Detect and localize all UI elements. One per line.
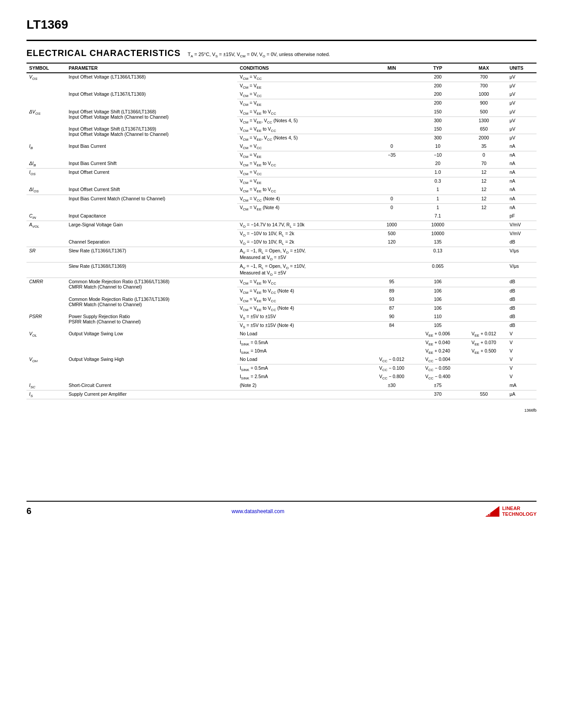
table-row: VOH Output Voltage Swing High No Load VC… (26, 356, 537, 364)
max-cin (461, 212, 507, 221)
typ-dvos-2a: 150 (415, 125, 461, 134)
symbol-psrr: PSRR (26, 313, 66, 330)
min-vos-1b (369, 82, 415, 91)
footer-doc: 1366fb (26, 408, 537, 413)
symbol-cmrr2 (26, 296, 66, 313)
max-sr2 (461, 263, 507, 278)
param-sr1: Slew Rate (LT1366/LT1367) (66, 247, 237, 263)
param-ios: Input Offset Current (66, 169, 237, 186)
min-vol-a (369, 330, 415, 339)
table-row: Input Bias Current Match (Channel to Cha… (26, 195, 537, 203)
min-ib-a: 0 (369, 143, 415, 151)
cond-vos-1b: VCM = VEE (237, 82, 369, 91)
param-dib: Input Bias Current Shift (66, 160, 237, 169)
max-cmrr1-a (461, 278, 507, 287)
cond-ios-a: VCM = VCC (237, 169, 369, 177)
max-dios: 12 (461, 186, 507, 195)
cond-dvos-2a: VCM = VEE to VCC (237, 125, 369, 134)
min-voh-a: VCC − 0.012 (369, 356, 415, 364)
cond-cin (237, 212, 369, 221)
symbol-dios: ΔIOS (26, 186, 66, 195)
typ-voh-a: VCC − 0.004 (415, 356, 461, 364)
min-avol-a: 1000 (369, 221, 415, 229)
cond-ios-b: VCM = VEE (237, 177, 369, 186)
cond-avol-a: VO = −14.7V to 14.7V, RL = 10k (237, 221, 369, 229)
max-cmrr2-a (461, 296, 507, 304)
cond-sr1: AV = −1, RL = Open, VO = ±10V,Measured a… (237, 247, 369, 263)
units-vol-a: V (507, 330, 537, 339)
cond-ib-b: VCM = VEE (237, 151, 369, 160)
max-ios-a: 12 (461, 169, 507, 177)
max-psrr-b (461, 321, 507, 330)
symbol-ib: IB (26, 143, 66, 160)
param-psrr: Power Supply Rejection RatioPSRR Match (… (66, 313, 237, 330)
table-row: IOS Input Offset Current VCM = VCC 1.0 1… (26, 169, 537, 177)
characteristics-table: SYMBOL PARAMETER CONDITIONS MIN TYP MAX … (26, 63, 537, 399)
units-vos-2a: μV (507, 90, 537, 99)
col-typ: TYP (415, 63, 461, 73)
min-isc: ±30 (369, 382, 415, 390)
units-cmrr1-a: dB (507, 278, 537, 287)
param-vol: Output Voltage Swing Low (66, 330, 237, 356)
min-voh-b: VCC − 0.100 (369, 364, 415, 373)
cond-isc: (Note 2) (237, 382, 369, 390)
param-sr2: Slew Rate (LT1368/LT1369) (66, 263, 237, 278)
min-ios-b (369, 177, 415, 186)
units-ib-a: nA (507, 143, 537, 151)
units-ibmatch-b: nA (507, 203, 537, 212)
min-vol-b (369, 339, 415, 348)
max-chsep (461, 238, 507, 247)
table-row: VOL Output Voltage Swing Low No Load VEE… (26, 330, 537, 339)
cond-chsep: VO = −10V to 10V, RL = 2k (237, 238, 369, 247)
table-row: Slew Rate (LT1368/LT1369) AV = −1, RL = … (26, 263, 537, 278)
param-dvos-1: Input Offset Voltage Shift (LT1366/LT136… (66, 108, 237, 125)
param-dios: Input Offset Current Shift (66, 186, 237, 195)
typ-dvos-1a: 150 (415, 108, 461, 117)
min-chsep: 120 (369, 238, 415, 247)
cond-vos-2a: VCM = VCC (237, 90, 369, 99)
col-units: UNITS (507, 63, 537, 73)
min-vol-c (369, 347, 415, 356)
units-dvos-2b: μV (507, 134, 537, 143)
table-row: IS Supply Current per Amplifier 370 550 … (26, 390, 537, 399)
table-row: AVOL Large-Signal Voltage Gain VO = −14.… (26, 221, 537, 229)
units-is: μA (507, 390, 537, 399)
svg-text:LT: LT (487, 513, 491, 516)
min-ib-b: −35 (369, 151, 415, 160)
typ-avol-a: 10000 (415, 221, 461, 229)
units-cin: pF (507, 212, 537, 221)
table-row: IB Input Bias Current VCM = VCC 0 10 35 … (26, 143, 537, 151)
min-vos-1a (369, 73, 415, 82)
units-vos-2b: μV (507, 99, 537, 108)
units-dvos-1b: μV (507, 116, 537, 125)
max-vos-1a: 700 (461, 73, 507, 82)
units-ibmatch-a: nA (507, 195, 537, 203)
units-ios-b: nA (507, 177, 537, 186)
min-dvos-2b (369, 134, 415, 143)
typ-dios: 1 (415, 186, 461, 195)
typ-dvos-1b: 300 (415, 116, 461, 125)
typ-ib-b: −10 (415, 151, 461, 160)
typ-is: 370 (415, 390, 461, 399)
max-ib-a: 35 (461, 143, 507, 151)
units-vos-1b: μV (507, 82, 537, 91)
units-vol-c: V (507, 347, 537, 356)
typ-dib: 20 (415, 160, 461, 169)
units-avol-b: V/mV (507, 229, 537, 238)
cond-vol-c: ISINK = 10mA (237, 347, 369, 356)
typ-vos-2b: 200 (415, 99, 461, 108)
typ-ios-a: 1.0 (415, 169, 461, 177)
min-dvos-1a (369, 108, 415, 117)
max-vol-a: VEE + 0.012 (461, 330, 507, 339)
typ-cmrr1-b: 106 (415, 287, 461, 296)
cond-vos-1a: VCM = VCC (237, 73, 369, 82)
min-cin (369, 212, 415, 221)
typ-chsep: 135 (415, 238, 461, 247)
units-sr2: V/μs (507, 263, 537, 278)
logo-text: LINEARTECHNOLOGY (502, 506, 537, 517)
typ-vol-c: VEE + 0.240 (415, 347, 461, 356)
min-psrr-a: 90 (369, 313, 415, 322)
table-row: SR Slew Rate (LT1366/LT1367) AV = −1, RL… (26, 247, 537, 263)
cond-vos-2b: VCM = VEE (237, 99, 369, 108)
col-symbol: SYMBOL (26, 63, 66, 73)
